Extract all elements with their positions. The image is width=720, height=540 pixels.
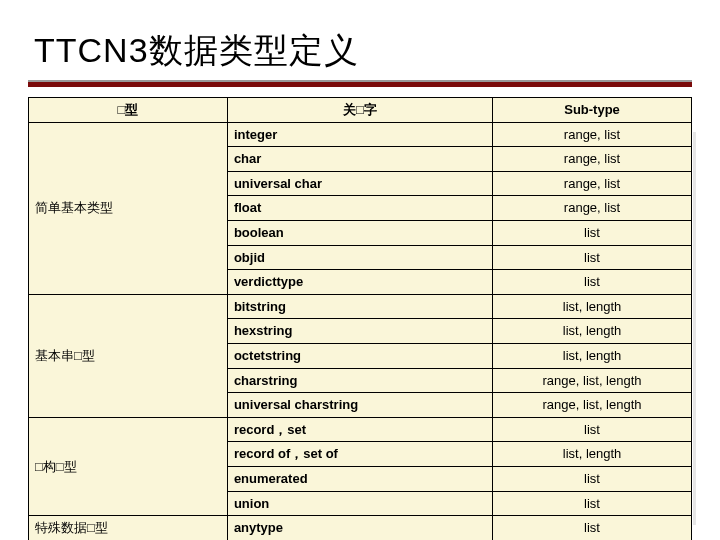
subtype-cell: list, length (493, 319, 692, 344)
keyword-cell: charstring (227, 368, 492, 393)
subtype-cell: range, list (493, 171, 692, 196)
slide: TTCN3数据类型定义 □型 关□字 Sub-type 简单基本类型intege… (0, 0, 720, 540)
keyword-cell: hexstring (227, 319, 492, 344)
keyword-cell: char (227, 147, 492, 172)
keyword-cell: universal char (227, 171, 492, 196)
subtype-cell: list (493, 491, 692, 516)
keyword-cell: integer (227, 122, 492, 147)
subtype-cell: list (493, 220, 692, 245)
table-row: 特殊数据□型anytypelist (29, 516, 692, 540)
keyword-cell: anytype (227, 516, 492, 540)
subtype-cell: list, length (493, 442, 692, 467)
keyword-cell: universal charstring (227, 393, 492, 418)
col-type: □型 (29, 98, 228, 123)
col-keyword: 关□字 (227, 98, 492, 123)
subtype-cell: list (493, 466, 692, 491)
keyword-cell: record of，set of (227, 442, 492, 467)
category-cell: 基本串□型 (29, 294, 228, 417)
rule-thick (28, 82, 692, 87)
table-row: □构□型record，setlist (29, 417, 692, 442)
keyword-cell: enumerated (227, 466, 492, 491)
subtype-cell: range, list, length (493, 393, 692, 418)
keyword-cell: verdicttype (227, 270, 492, 295)
table-shadow (693, 132, 696, 525)
col-subtype: Sub-type (493, 98, 692, 123)
keyword-cell: octetstring (227, 343, 492, 368)
keyword-cell: objid (227, 245, 492, 270)
table-row: 简单基本类型integerrange, list (29, 122, 692, 147)
subtype-cell: range, list (493, 147, 692, 172)
subtype-cell: range, list (493, 196, 692, 221)
category-cell: □构□型 (29, 417, 228, 515)
keyword-cell: boolean (227, 220, 492, 245)
subtype-cell: range, list, length (493, 368, 692, 393)
category-cell: 特殊数据□型 (29, 516, 228, 540)
page-title: TTCN3数据类型定义 (34, 28, 692, 74)
subtype-cell: list (493, 417, 692, 442)
type-table: □型 关□字 Sub-type 简单基本类型integerrange, list… (28, 97, 692, 540)
table-row: 基本串□型bitstringlist, length (29, 294, 692, 319)
subtype-cell: list (493, 270, 692, 295)
table-body: 简单基本类型integerrange, listcharrange, listu… (29, 122, 692, 540)
keyword-cell: float (227, 196, 492, 221)
subtype-cell: list (493, 245, 692, 270)
table-header-row: □型 关□字 Sub-type (29, 98, 692, 123)
subtype-cell: list, length (493, 343, 692, 368)
subtype-cell: list (493, 516, 692, 540)
category-cell: 简单基本类型 (29, 122, 228, 294)
subtype-cell: range, list (493, 122, 692, 147)
keyword-cell: bitstring (227, 294, 492, 319)
keyword-cell: record，set (227, 417, 492, 442)
subtype-cell: list, length (493, 294, 692, 319)
keyword-cell: union (227, 491, 492, 516)
